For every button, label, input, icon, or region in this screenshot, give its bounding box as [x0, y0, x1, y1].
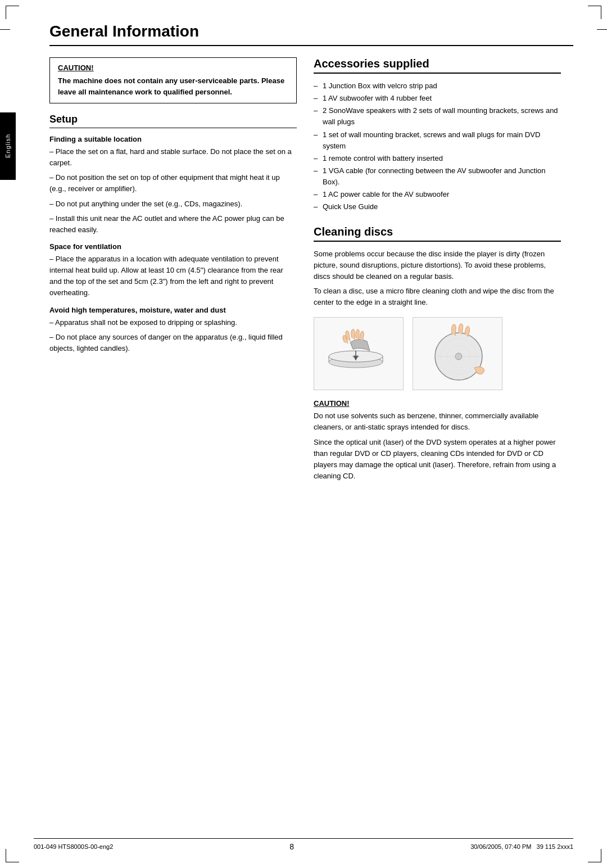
- accessory-item-7: 1 AC power cable for the AV subwoofer: [314, 189, 561, 200]
- footer-left: 001-049 HTS8000S-00-eng2: [34, 843, 113, 850]
- accessories-title: Accessories supplied: [314, 57, 561, 74]
- ventilation-subtitle: Space for ventilation: [49, 242, 297, 251]
- cleaning-title: Cleaning discs: [314, 225, 561, 242]
- corner-mark-br: [588, 849, 601, 862]
- footer-product-code: 39 115 2xxx1: [537, 843, 573, 850]
- finding-subtitle: Finding a suitable location: [49, 135, 297, 143]
- caution-bold-text: The machine does not contain any user-se…: [58, 76, 284, 96]
- setup-title: Setup: [49, 114, 297, 128]
- accessory-item-1: 1 Junction Box with velcro strip pad: [314, 80, 561, 92]
- footer-right: 30/06/2005, 07:40 PM 39 115 2xxx1: [470, 843, 573, 850]
- accessory-item-6: 1 VGA cable (for connecting between the …: [314, 165, 561, 188]
- finding-text-3: – Do not put anything under the set (e.g…: [49, 198, 297, 210]
- left-column: CAUTION! The machine does not contain an…: [49, 57, 297, 485]
- corner-mark-bl: [6, 849, 19, 862]
- cleaning-para2: To clean a disc, use a micro fibre clean…: [314, 286, 561, 308]
- cleaning-caution-text2: Since the optical unit (laser) of the DV…: [314, 437, 561, 482]
- sidebar-label: English: [4, 134, 11, 158]
- corner-mark-tr: [588, 6, 601, 19]
- accessory-item-8: Quick Use Guide: [314, 201, 561, 213]
- cleaning-caution-title: CAUTION!: [314, 399, 561, 408]
- page-container: English General Information CAUTION! The…: [0, 0, 607, 868]
- avoid-subtitle: Avoid high temperatures, moisture, water…: [49, 306, 297, 314]
- footer-date: 30/06/2005, 07:40 PM: [470, 843, 531, 850]
- cleaning-caution-text1: Do not use solvents such as benzene, thi…: [314, 410, 561, 433]
- cleaning-section: Cleaning discs Some problems occur becau…: [314, 225, 561, 482]
- page-title: General Information: [49, 22, 573, 46]
- accessories-list: 1 Junction Box with velcro strip pad 1 A…: [314, 80, 561, 213]
- sidebar-english: English: [0, 112, 16, 180]
- caution-text: The machine does not contain any user-se…: [58, 75, 288, 97]
- finding-text-1: – Place the set on a flat, hard and stab…: [49, 146, 297, 169]
- corner-mark-tl: [6, 6, 19, 19]
- finding-text-4: – Install this unit near the AC outlet a…: [49, 213, 297, 236]
- two-column-layout: CAUTION! The machine does not contain an…: [49, 57, 573, 485]
- avoid-text-2: – Do not place any sources of danger on …: [49, 332, 297, 354]
- footer-page-number: 8: [289, 842, 294, 851]
- disc-image-left: [314, 317, 404, 390]
- finding-text-2: – Do not position the set on top of othe…: [49, 172, 297, 195]
- disc-wipe-svg: [319, 320, 398, 387]
- disc-image-right: [413, 317, 502, 390]
- caution-box: CAUTION! The machine does not contain an…: [49, 57, 297, 103]
- accessory-item-2: 1 AV subwoofer with 4 rubber feet: [314, 93, 561, 104]
- accessory-item-3: 2 SonoWave speakers with 2 sets of wall …: [314, 105, 561, 128]
- disc-hold-svg: [418, 320, 497, 387]
- right-column: Accessories supplied 1 Junction Box with…: [314, 57, 561, 485]
- accessory-item-5: 1 remote control with battery inserted: [314, 153, 561, 164]
- tick-left-top: [0, 29, 10, 30]
- tick-right-top: [597, 29, 607, 30]
- avoid-text-1: – Apparatus shall not be exposed to drip…: [49, 317, 297, 328]
- disc-images: [314, 317, 561, 390]
- accessory-item-4: 1 set of wall mounting bracket, screws a…: [314, 129, 561, 152]
- ventilation-text: – Place the apparatus in a location with…: [49, 254, 297, 299]
- page-footer: 001-049 HTS8000S-00-eng2 8 30/06/2005, 0…: [34, 838, 573, 851]
- cleaning-para1: Some problems occur because the disc ins…: [314, 248, 561, 282]
- caution-title: CAUTION!: [58, 64, 288, 72]
